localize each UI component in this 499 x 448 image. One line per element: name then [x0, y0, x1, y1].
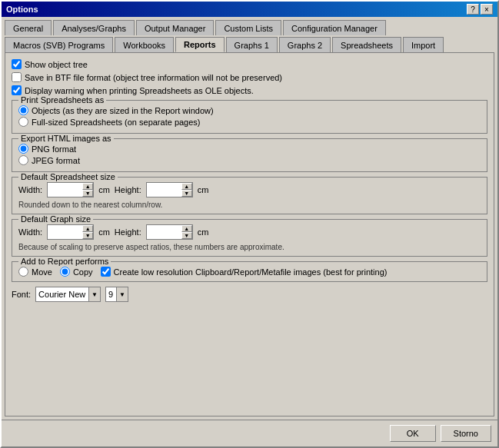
display-warning-row: Display warning when printing Spreadshee… [12, 85, 487, 95]
show-object-tree-label: Show object tree [25, 60, 88, 69]
save-btf-row: Save in BTF file format (object tree inf… [12, 72, 487, 82]
tab-custom-lists[interactable]: Custom Lists [215, 20, 281, 35]
ss-width-label: Width: [18, 185, 42, 194]
ss-width-spinner-btns: ▲ ▼ [82, 183, 93, 197]
png-row: PNG format [18, 144, 481, 154]
bottom-bar: OK Storno [2, 420, 497, 446]
save-btf-label: Save in BTF file format (object tree inf… [25, 73, 282, 82]
png-label: PNG format [32, 144, 76, 154]
add-to-report-title: Add to Report performs [18, 257, 111, 266]
window-title: Options [6, 5, 38, 14]
storno-button[interactable]: Storno [441, 425, 491, 442]
graph-height-down[interactable]: ▼ [181, 232, 192, 239]
tab-analyses-graphs[interactable]: Analyses/Graphs [53, 20, 135, 35]
export-html-title: Export HTML images as [18, 134, 114, 143]
options-window: Options ? × General Analyses/Graphs Outp… [0, 0, 499, 448]
ok-button[interactable]: OK [390, 425, 436, 442]
print-objects-radio[interactable] [18, 105, 28, 115]
tab-configuration-manager[interactable]: Configuration Manager [283, 20, 386, 35]
close-button[interactable]: × [481, 4, 493, 15]
default-spreadsheet-group: Default Spreadsheet size Width: 10.16 ▲ … [12, 177, 487, 214]
ss-note: Rounded down to the nearest column/row. [18, 201, 481, 209]
tabs-container: General Analyses/Graphs Output Manager C… [2, 17, 497, 52]
print-fullsize-row: Full-sized Spreadsheets (on separate pag… [18, 117, 481, 127]
tab-general[interactable]: General [5, 20, 52, 35]
move-radio[interactable] [18, 267, 28, 277]
default-graph-title: Default Graph size [18, 214, 93, 224]
save-btf-checkbox[interactable] [12, 72, 22, 82]
ss-height-spinner: 7.62 ▲ ▼ [146, 182, 193, 197]
ss-height-input[interactable]: 7.62 [147, 183, 181, 197]
show-object-tree-checkbox[interactable] [12, 59, 22, 69]
graph-width-unit: cm [98, 227, 110, 237]
print-objects-label: Objects (as they are sized in the Report… [32, 106, 214, 115]
ss-height-down[interactable]: ▼ [181, 190, 192, 197]
graph-height-spinner-btns: ▲ ▼ [181, 225, 192, 239]
ss-width-unit: cm [98, 185, 110, 194]
font-size-select[interactable]: 9 [105, 287, 128, 302]
graph-size-row: Width: 10.16 ▲ ▼ cm Height: 7.62 ▲ ▼ [18, 224, 481, 240]
tab-output-manager[interactable]: Output Manager [136, 20, 215, 35]
font-select[interactable]: Courier New [35, 287, 101, 302]
graph-height-label: Height: [115, 227, 141, 237]
checkboxes-section: Show object tree Save in BTF file format… [12, 59, 487, 95]
jpeg-radio[interactable] [18, 155, 28, 165]
ss-width-up[interactable]: ▲ [82, 183, 93, 190]
print-spreadsheets-group: Print Spreadsheets as Objects (as they a… [12, 100, 487, 134]
low-res-checkbox[interactable] [101, 267, 111, 277]
help-button[interactable]: ? [467, 4, 479, 15]
ss-height-spinner-btns: ▲ ▼ [181, 183, 192, 197]
copy-radio[interactable] [60, 267, 70, 277]
ss-height-up[interactable]: ▲ [181, 183, 192, 190]
graph-width-down[interactable]: ▼ [82, 232, 93, 239]
tab-reports[interactable]: Reports [175, 37, 225, 52]
tab-spreadsheets[interactable]: Spreadsheets [332, 37, 401, 52]
graph-height-spinner: 7.62 ▲ ▼ [146, 224, 193, 240]
spreadsheet-size-row: Width: 10.16 ▲ ▼ cm Height: 7.62 ▲ ▼ [18, 182, 481, 197]
graph-height-input[interactable]: 7.62 [147, 225, 181, 239]
jpeg-row: JPEG format [18, 155, 481, 165]
show-object-tree-row: Show object tree [12, 59, 487, 69]
jpeg-label: JPEG format [32, 156, 80, 165]
move-option: Move [18, 267, 52, 277]
tabs-row1: General Analyses/Graphs Output Manager C… [5, 20, 494, 35]
default-graph-group: Default Graph size Width: 10.16 ▲ ▼ cm H… [12, 219, 487, 257]
graph-width-input[interactable]: 10.16 [48, 225, 82, 239]
png-radio[interactable] [18, 144, 28, 154]
ss-height-label: Height: [115, 185, 141, 194]
font-size-select-wrap: 9 ▼ [105, 287, 128, 302]
add-to-report-group: Add to Report performs Move Copy Create … [12, 261, 487, 282]
tab-workbooks[interactable]: Workbooks [115, 37, 174, 52]
title-bar-buttons: ? × [467, 4, 493, 15]
tab-import[interactable]: Import [403, 37, 444, 52]
copy-option: Copy [60, 267, 93, 277]
tab-graphs2[interactable]: Graphs 2 [279, 37, 331, 52]
print-objects-row: Objects (as they are sized in the Report… [18, 105, 481, 115]
ss-width-input[interactable]: 10.16 [48, 183, 82, 197]
display-warning-checkbox[interactable] [12, 85, 22, 95]
tab-graphs1[interactable]: Graphs 1 [226, 37, 278, 52]
low-res-label: Create low resolution Clipboard/Report/M… [114, 267, 388, 277]
tabs-row2: Macros (SVB) Programs Workbooks Reports … [5, 37, 494, 52]
ss-width-down[interactable]: ▼ [82, 190, 93, 197]
default-spreadsheet-title: Default Spreadsheet size [18, 172, 118, 181]
font-select-wrap: Courier New ▼ [35, 287, 101, 302]
display-warning-label: Display warning when printing Spreadshee… [25, 86, 254, 95]
ss-height-unit: cm [198, 185, 209, 194]
copy-label: Copy [73, 267, 93, 277]
print-fullsize-label: Full-sized Spreadsheets (on separate pag… [32, 118, 201, 127]
graph-width-spinner-btns: ▲ ▼ [82, 225, 93, 239]
export-html-group: Export HTML images as PNG format JPEG fo… [12, 138, 487, 172]
title-bar: Options ? × [2, 2, 497, 17]
tab-macros[interactable]: Macros (SVB) Programs [5, 37, 113, 52]
font-row: Font: Courier New ▼ 9 ▼ [12, 287, 487, 302]
graph-height-unit: cm [198, 227, 209, 237]
graph-height-up[interactable]: ▲ [181, 225, 192, 232]
ss-width-spinner: 10.16 ▲ ▼ [47, 182, 94, 197]
low-res-row: Create low resolution Clipboard/Report/M… [101, 267, 388, 277]
graph-note: Because of scaling to preserve aspect ra… [18, 243, 481, 251]
content-panel: Show object tree Save in BTF file format… [5, 52, 494, 416]
print-spreadsheets-title: Print Spreadsheets as [18, 95, 106, 105]
print-fullsize-radio[interactable] [18, 117, 28, 127]
graph-width-up[interactable]: ▲ [82, 225, 93, 232]
